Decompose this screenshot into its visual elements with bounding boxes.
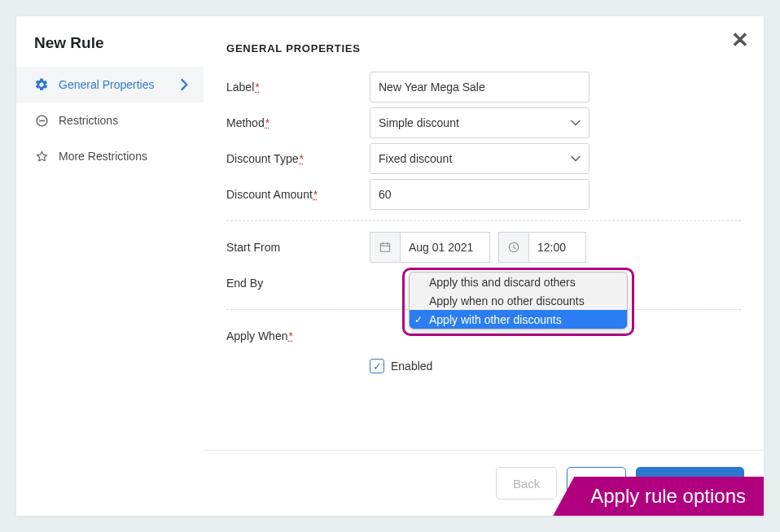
calendar-icon[interactable] (370, 232, 401, 263)
apply-when-option[interactable]: Apply this and discard others (410, 273, 627, 291)
sidebar-item-label: General Properties (59, 78, 181, 91)
apply-when-option-selected[interactable]: ✓ Apply with other discounts (410, 310, 627, 329)
label-apply-when: Apply When* (226, 329, 370, 342)
method-select[interactable]: Simple discount (370, 107, 589, 138)
enabled-checkbox-row[interactable]: ✓ Enabled (370, 359, 432, 373)
checkbox-icon: ✓ (370, 359, 384, 373)
caption-ribbon: Apply rule options (553, 477, 764, 516)
sidebar-item-general-properties[interactable]: General Properties (16, 67, 204, 102)
content-pane: ✕ GENERAL PROPERTIES Label* New Year Meg… (204, 16, 764, 516)
label-label: Label* (226, 81, 370, 94)
section-header: GENERAL PROPERTIES (204, 16, 764, 69)
label-input[interactable]: New Year Mega Sale (370, 72, 589, 102)
row-discount-amount: Discount Amount* 60 (226, 177, 741, 212)
new-rule-modal: New Rule General Properties Restrictions (16, 16, 764, 516)
highlight-border: Apply this and discard others Apply when… (402, 268, 634, 336)
chevron-down-icon (571, 120, 581, 126)
sidebar-item-restrictions[interactable]: Restrictions (16, 102, 204, 138)
apply-when-option[interactable]: Apply when no other discounts (410, 291, 627, 310)
row-start-from: Start From Aug 01 2021 12:00 (226, 229, 741, 265)
label-method: Method* (226, 116, 370, 129)
row-label: Label* New Year Mega Sale (226, 69, 741, 105)
start-date-input[interactable]: Aug 01 2021 (401, 232, 490, 263)
start-time-input[interactable]: 12:00 (529, 232, 586, 263)
discount-amount-input[interactable]: 60 (370, 179, 589, 210)
label-discount-type: Discount Type* (226, 152, 370, 165)
sidebar-item-label: More Restrictions (59, 150, 189, 163)
enabled-label: Enabled (391, 360, 432, 373)
close-button[interactable]: ✕ (731, 29, 749, 50)
label-discount-amount: Discount Amount* (226, 188, 370, 201)
apply-when-dropdown-wrap: Apply this and discard others Apply when… (402, 268, 634, 336)
clock-icon[interactable] (498, 232, 529, 263)
discount-type-select[interactable]: Fixed discount (370, 143, 589, 174)
page-title: New Rule (16, 34, 204, 67)
svg-rect-2 (380, 243, 389, 251)
sidebar-item-label: Restrictions (59, 114, 189, 127)
chevron-down-icon (571, 155, 581, 162)
back-button[interactable]: Back (496, 467, 557, 499)
sidebar: New Rule General Properties Restrictions (16, 16, 204, 516)
sidebar-item-more-restrictions[interactable]: More Restrictions (16, 138, 204, 174)
apply-when-dropdown[interactable]: Apply this and discard others Apply when… (409, 272, 628, 329)
minus-circle-icon (34, 113, 49, 128)
label-end-by: End By (226, 277, 370, 290)
row-discount-type: Discount Type* Fixed discount (226, 141, 741, 177)
chevron-right-icon (181, 79, 189, 90)
star-icon (34, 149, 49, 164)
gear-icon (34, 77, 49, 92)
check-icon: ✓ (414, 314, 423, 325)
sidebar-nav: General Properties Restrictions More Re (16, 67, 204, 174)
row-method: Method* Simple discount (226, 105, 741, 141)
label-start-from: Start From (226, 241, 370, 254)
